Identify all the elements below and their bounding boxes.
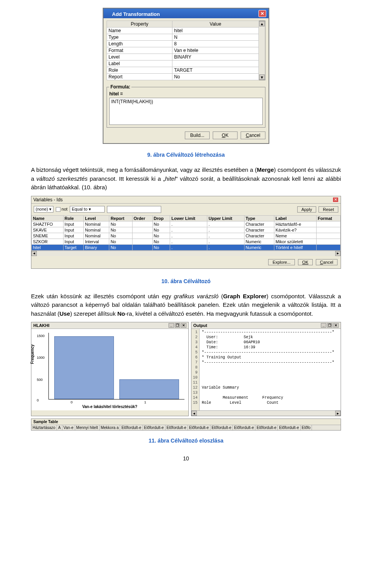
close-icon[interactable]: ✕	[333, 323, 339, 328]
table-row: SNEMEInputNominalNoNo..CharacterNeme	[32, 233, 341, 239]
paragraph-2: Ezek után kössünk az illesztés csomópont…	[31, 292, 341, 318]
figure-10-caption: 10. ábra Célváltozó	[31, 278, 341, 284]
formula-label: hitel =	[109, 91, 263, 97]
formula-input[interactable]: INT(TRIM(HLAKHI))	[109, 98, 263, 125]
page-number: 10	[31, 455, 341, 462]
apply-button[interactable]: Apply	[297, 206, 317, 213]
reset-button[interactable]: Reset	[319, 206, 338, 213]
chart-panel-title: HLAKHI	[33, 323, 50, 328]
variables-titlebar[interactable]: Variables - Ids ✕	[31, 196, 341, 204]
output-text[interactable]: 123456789101112131415 *-----------------…	[191, 329, 341, 410]
variables-table[interactable]: NameRoleLevelReportOrderDropLower LimitU…	[31, 215, 341, 251]
ok-button[interactable]: OK	[298, 259, 313, 265]
table-row-selected: hitelTargetBinaryNoNo..NumericTörtént e …	[32, 244, 341, 250]
dialog-title: Add Transformation	[112, 11, 160, 17]
ok-button[interactable]: OK	[213, 131, 238, 139]
not-checkbox[interactable]: not	[56, 207, 67, 212]
col-value: Value	[172, 21, 259, 28]
filter-op-combo[interactable]: Equal to ▾	[70, 206, 105, 213]
property-table: Property Value Namehitel TypeN Length8 F…	[107, 21, 259, 80]
filter-column-combo[interactable]: (none) ▾	[34, 206, 53, 213]
close-icon[interactable]: ✕	[332, 197, 339, 202]
bar-0	[54, 336, 114, 399]
build-button[interactable]: Build...	[185, 131, 210, 139]
minimize-icon[interactable]: _	[169, 323, 174, 328]
formula-fieldset: Formula: hitel = INT(TRIM(HLAKHI))	[107, 84, 265, 128]
scroll-up-icon: ▲	[259, 21, 265, 26]
variables-window: Variables - Ids ✕ (none) ▾ not Equal to …	[31, 196, 341, 269]
minimize-icon[interactable]: _	[321, 323, 326, 328]
add-transformation-dialog: Add Transformation ✕ Property Value Name…	[103, 8, 269, 144]
close-icon[interactable]: ✕	[258, 10, 266, 17]
scroll-down-icon: ▼	[259, 74, 265, 80]
sample-table-headers[interactable]: HáztartásazoAVan-eMennyi hiteltMekkora a…	[31, 425, 341, 430]
output-panel-title: Output	[193, 323, 207, 328]
sample-table-title: Sample Table	[33, 420, 58, 424]
filter-value-input[interactable]	[107, 206, 161, 213]
bar-1	[119, 379, 179, 399]
val-name[interactable]: hitel	[172, 28, 259, 34]
formula-legend: Formula:	[109, 84, 131, 90]
close-icon[interactable]: ✕	[181, 323, 186, 328]
sample-table-panel: Sample Table HáztartásazoAVan-eMennyi hi…	[31, 419, 341, 431]
chart-panel: HLAKHI _❐✕ Frequency 1500 1000 500 0 0 1…	[31, 322, 189, 416]
app-icon	[106, 10, 112, 16]
x-axis-label: Van-e lakáshitel törlesztésük?	[31, 405, 188, 409]
y-axis-label: Frequency	[30, 344, 34, 364]
paragraph-1: A biztonság végett tekintsük, meg a forr…	[31, 166, 341, 192]
table-scrollbar[interactable]: ▲▼	[259, 21, 265, 80]
table-row: SHAZTFOInputNominalNoNo..CharacterHáztar…	[32, 221, 341, 227]
bar-chart: Frequency 1500 1000 500 0 0 1 Van-e laká…	[31, 329, 188, 410]
output-scrollbar[interactable]: ◄►	[191, 410, 341, 416]
explore-button[interactable]: Explore...	[268, 259, 294, 265]
cancel-button[interactable]: Cancel	[316, 259, 338, 265]
figure-9-caption: 9. ábra Célváltozó létrehozása	[31, 152, 341, 158]
table-row: SZKORInputIntervalNoNo..NumericMikor szü…	[32, 239, 341, 244]
col-property: Property	[107, 21, 172, 28]
table-row: SKAVEInputNominalNoNo..CharacterKávézik-…	[32, 227, 341, 233]
maximize-icon[interactable]: ❐	[327, 323, 332, 328]
prop-name: Name	[107, 28, 172, 34]
cancel-button[interactable]: Cancel	[241, 131, 265, 139]
dialog-titlebar[interactable]: Add Transformation ✕	[103, 9, 269, 18]
maximize-icon[interactable]: ❐	[175, 323, 180, 328]
figure-11-caption: 11. ábra Célváltozó eloszlása	[31, 438, 341, 444]
variables-title: Variables - Ids	[33, 197, 63, 202]
h-scrollbar[interactable]: ◄►	[31, 251, 341, 256]
output-panel: Output _❐✕ 123456789101112131415 *------…	[191, 322, 341, 416]
